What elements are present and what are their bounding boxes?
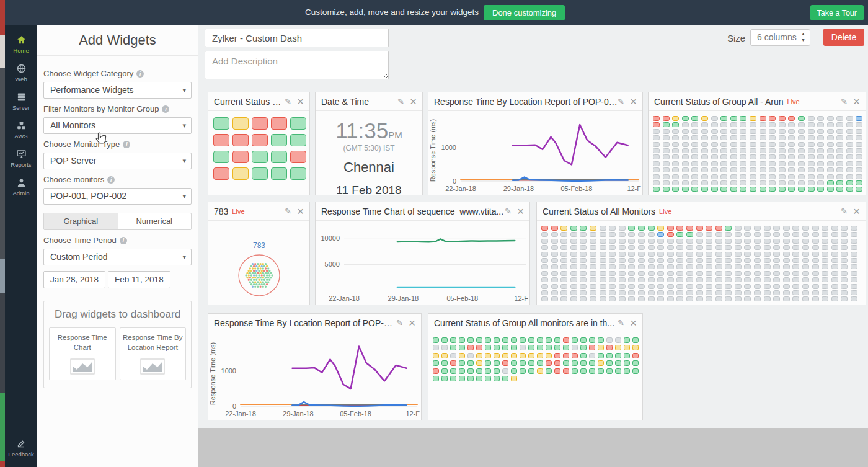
delete-dashboard-button[interactable]: Delete (823, 29, 864, 46)
status-cell (720, 180, 727, 185)
status-cell (841, 239, 848, 244)
status-cell (691, 148, 698, 153)
widget-rt-location-top[interactable]: Response Time By Location Report of POP-… (428, 92, 643, 195)
widget-current-status-all-monitors[interactable]: Current Status of All Monitors Live ✎× (536, 202, 866, 305)
status-cell (744, 264, 751, 269)
widget-current-status-arun[interactable]: Current Status of Group All - Arun Live … (648, 92, 866, 195)
status-cell (841, 296, 848, 301)
status-cell (744, 271, 751, 276)
status-cell (802, 296, 809, 301)
status-cell (822, 252, 828, 257)
status-cell (754, 296, 761, 301)
widget-title: 783 (214, 207, 228, 216)
edit-icon[interactable]: ✎ (505, 207, 512, 216)
close-icon[interactable]: × (297, 205, 304, 217)
sidebar-item-home[interactable]: Home (5, 30, 37, 58)
done-customizing-button[interactable]: Done customizing (484, 5, 565, 20)
status-cell (851, 290, 857, 295)
close-icon[interactable]: × (853, 205, 860, 217)
widget-current-status-small[interactable]: Current Status of ... ✎× (208, 92, 310, 195)
status-cell (663, 142, 670, 147)
status-cell (701, 174, 708, 179)
status-cell (600, 277, 606, 282)
date-from-input[interactable]: Jan 28, 2018 (43, 271, 105, 288)
time-period-select[interactable]: Custom Period▾ (43, 249, 192, 265)
toggle-numerical[interactable]: Numerical (118, 213, 192, 229)
status-cell (619, 245, 626, 250)
status-cell (600, 284, 606, 289)
widget-date-time[interactable]: Date & Time ✎× 11:35PM (GMT 5:30) IST Ch… (315, 92, 423, 195)
dashboard-canvas: Size 6 columns ▲▼ Delete Current Status … (198, 25, 868, 467)
widget-category-select[interactable]: Performance Widgets▾ (43, 82, 192, 99)
take-a-tour-button[interactable]: Take a Tour (810, 5, 864, 20)
status-cell (560, 296, 567, 301)
sidebar-item-admin[interactable]: Admin (5, 172, 37, 201)
status-cell (572, 345, 578, 350)
edit-icon[interactable]: ✎ (841, 207, 848, 216)
drag-card-response-time-chart[interactable]: Response Time Chart (49, 327, 116, 380)
edit-icon[interactable]: ✎ (841, 97, 848, 106)
status-cell (808, 154, 815, 159)
status-cell (715, 264, 722, 269)
svg-text:12-F: 12-F (405, 410, 420, 417)
edit-icon[interactable]: ✎ (618, 318, 624, 327)
dashboard-name-input[interactable] (205, 29, 389, 47)
edit-icon[interactable]: ✎ (285, 97, 291, 106)
close-icon[interactable]: × (297, 96, 304, 107)
status-cell (619, 296, 626, 301)
status-cell (836, 180, 843, 185)
edit-icon[interactable]: ✎ (397, 97, 404, 106)
widget-current-status-group-all[interactable]: Current Status of Group All monitors are… (428, 313, 643, 420)
widget-rt-chart-sequence[interactable]: Response Time Chart of sequence_www.vtit… (315, 202, 530, 305)
status-cell (773, 245, 780, 250)
close-icon[interactable]: × (853, 96, 860, 107)
status-cell (715, 226, 722, 231)
sidebar-item-web[interactable]: Web (5, 58, 37, 87)
status-cell (808, 161, 815, 166)
widget-title: Current Status of All Monitors (542, 207, 655, 216)
sidebar-item-reports[interactable]: Reports (5, 144, 37, 172)
aws-icon (16, 120, 27, 131)
drag-card-response-time-by-location[interactable]: Response Time By Location Report (120, 327, 187, 380)
status-cell (563, 345, 569, 350)
widget-monitor-count-783[interactable]: 783 Live ✎× 783 (208, 202, 310, 305)
close-icon[interactable]: × (630, 96, 637, 107)
status-cell (570, 226, 577, 231)
monitor-group-select[interactable]: All Monitors▾ (43, 117, 192, 134)
status-cell (609, 277, 616, 282)
status-cell (676, 226, 683, 231)
status-cell (570, 252, 577, 257)
toggle-graphical[interactable]: Graphical (44, 213, 118, 229)
edit-icon[interactable]: ✎ (396, 318, 403, 327)
status-cell (502, 353, 508, 358)
status-cell (520, 360, 526, 366)
status-cell (744, 226, 751, 231)
choose-monitors-select[interactable]: POP-001, POP-002▾ (43, 188, 192, 205)
close-icon[interactable]: × (630, 317, 637, 329)
sidebar-item-server[interactable]: Server (5, 87, 37, 115)
close-icon[interactable]: × (517, 205, 524, 217)
close-icon[interactable]: × (410, 96, 417, 107)
svg-text:1000: 1000 (221, 367, 236, 375)
edit-icon[interactable]: ✎ (618, 97, 624, 106)
close-icon[interactable]: × (409, 317, 415, 329)
size-select[interactable]: 6 columns ▲▼ (750, 29, 810, 46)
sidebar-item-aws[interactable]: AWS (5, 115, 37, 144)
status-cell (628, 271, 635, 276)
widget-rt-location-bottom[interactable]: Response Time By Location Report of POP-… (208, 313, 422, 420)
status-cell (808, 135, 815, 140)
monitor-type-select[interactable]: POP Server▾ (43, 153, 192, 169)
status-cell (511, 376, 517, 381)
date-to-input[interactable]: Feb 11, 2018 (108, 271, 170, 288)
status-cell (676, 252, 683, 257)
dashboard-description-input[interactable] (205, 51, 389, 79)
sidebar-item-feedback[interactable]: Feedback (5, 434, 37, 462)
status-cell (735, 271, 742, 276)
edit-icon[interactable]: ✎ (285, 207, 291, 216)
status-cell (682, 116, 689, 121)
status-cell (788, 148, 795, 153)
status-cell (735, 239, 742, 244)
status-cell (798, 135, 805, 140)
status-cell (711, 154, 718, 159)
status-cell (827, 167, 834, 172)
